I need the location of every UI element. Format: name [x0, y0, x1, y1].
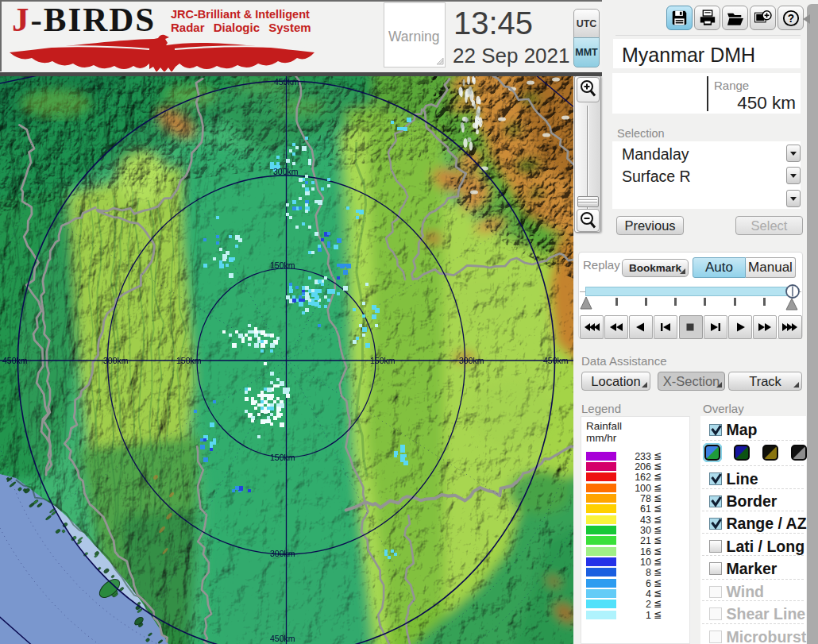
svg-text:450km: 450km — [543, 356, 569, 365]
svg-text:150km: 150km — [270, 260, 295, 270]
svg-text:300km: 300km — [103, 356, 129, 365]
svg-text:450km: 450km — [274, 77, 299, 87]
svg-text:450km: 450km — [270, 634, 295, 643]
svg-text:?: ? — [787, 12, 793, 24]
svg-text:150km: 150km — [370, 356, 395, 365]
svg-text:300km: 300km — [273, 167, 299, 176]
svg-text:150km: 150km — [176, 356, 202, 365]
svg-text:450km: 450km — [2, 356, 28, 365]
svg-text:300km: 300km — [270, 549, 295, 558]
svg-text:150km: 150km — [270, 453, 295, 462]
svg-text:300km: 300km — [459, 356, 484, 365]
